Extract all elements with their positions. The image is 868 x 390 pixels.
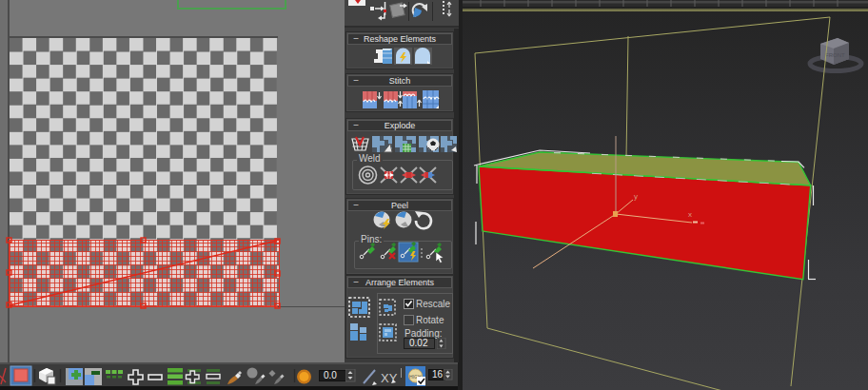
svg-text:y: y	[634, 192, 638, 201]
svg-text:XY: XY	[381, 371, 398, 385]
svg-text:FRONT: FRONT	[825, 52, 845, 58]
svg-text:x: x	[688, 210, 692, 219]
